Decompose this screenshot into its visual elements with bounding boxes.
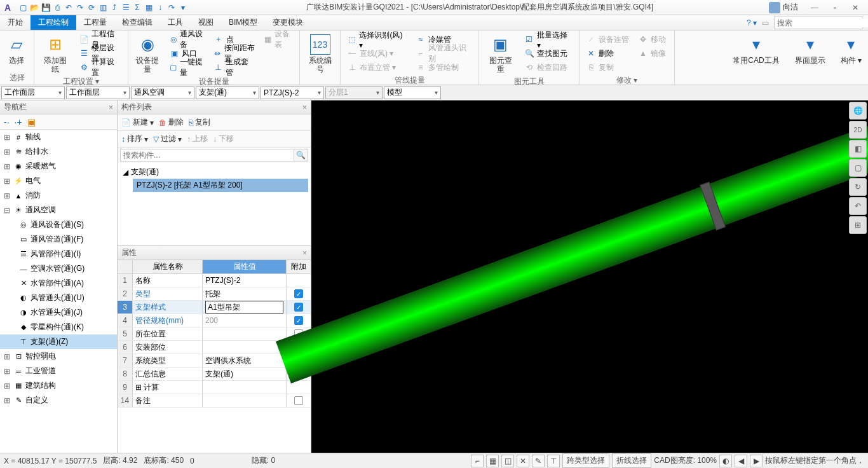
qat-new-icon[interactable]: ▢ <box>18 3 28 13</box>
status-icon[interactable]: ⊤ <box>547 455 560 467</box>
calc-setting-button[interactable]: ⚙计算设置 <box>77 61 124 74</box>
nav-next-icon[interactable]: ▶ <box>750 455 763 467</box>
filter-button[interactable]: ▽过滤 ▾ <box>153 134 182 144</box>
minimize-button[interactable]: — <box>807 3 822 12</box>
comp-tree-item[interactable]: PTZJ(S)-2 [托架 A1型吊架 200] <box>133 179 308 192</box>
cross-type-toggle[interactable]: 跨类型选择 <box>562 453 609 468</box>
copy-button[interactable]: ⎘复制 <box>583 61 632 74</box>
prop-value[interactable]: 支架(通) <box>203 368 287 380</box>
close-icon[interactable]: × <box>302 103 307 112</box>
pipe-model[interactable] <box>276 100 868 383</box>
status-axis-icon[interactable]: ⌐ <box>471 455 484 467</box>
nav-sub-item[interactable]: ⊤支架(通)(Z) <box>0 334 117 349</box>
expand-icon[interactable]: ·+ <box>15 117 22 127</box>
dup-check-button[interactable]: ▣ 图元查重 <box>483 33 518 75</box>
checkbox-checked[interactable]: ✓ <box>294 303 303 312</box>
qat-save-icon[interactable]: ⎙ <box>52 3 62 13</box>
prop-value[interactable]: 托架 <box>203 287 287 300</box>
mirror-button[interactable]: ▲镜像 <box>635 47 668 60</box>
menu-tools[interactable]: 工具 <box>160 15 191 30</box>
filter-workplane2[interactable]: 工作面层▾ <box>66 86 130 99</box>
checkbox-checked[interactable]: ✓ <box>294 289 303 298</box>
prop-value[interactable]: PTZJ(S)-2 <box>203 274 287 287</box>
filter-system[interactable]: 通风空调▾ <box>131 86 194 99</box>
maximize-button[interactable]: ▫ <box>827 3 843 12</box>
sysnum-button[interactable]: 123 系统编号 <box>304 33 336 75</box>
nav-category[interactable]: ⊞═工业管道 <box>0 364 117 378</box>
nav-category[interactable]: ⊞⚡电气 <box>0 174 117 188</box>
casing-button[interactable]: ⊥生成套管 <box>211 61 258 74</box>
3d-viewport[interactable]: x → y 🌐 2D ◧ ▢ ↻ ↶ ⊞ <box>311 100 868 453</box>
new-button[interactable]: 📄新建 ▾ <box>121 117 154 128</box>
prop-value[interactable]: 空调供水系统 <box>203 354 287 367</box>
nav-category[interactable]: ⊞▲消防 <box>0 188 117 203</box>
qat-sum-icon[interactable]: Σ <box>132 3 142 13</box>
menu-check[interactable]: 检查编辑 <box>114 15 160 30</box>
filter-type[interactable]: 支架(通)▾ <box>196 86 259 99</box>
prop-value[interactable] <box>203 327 287 340</box>
prop-row[interactable]: 2类型托架✓ <box>118 287 311 301</box>
nav-sub-item[interactable]: ◐风管通头(通)(U) <box>0 291 117 305</box>
qat-refresh-icon[interactable]: ⟳ <box>86 3 97 13</box>
pipe-joint[interactable] <box>700 181 726 230</box>
close-icon[interactable]: × <box>302 249 307 258</box>
qat-table-icon[interactable]: ▥ <box>98 3 108 13</box>
view-undo-icon[interactable]: ↶ <box>849 197 867 215</box>
user-avatar-icon[interactable] <box>769 2 780 13</box>
prop-row[interactable]: 9⊞ 计算 <box>118 381 311 394</box>
menu-bim[interactable]: BIM模型 <box>221 15 265 30</box>
nav-sub-item[interactable]: ▭通风管道(通)(F) <box>0 232 117 247</box>
prop-value[interactable] <box>203 381 287 394</box>
qat-export-icon[interactable]: ⤴ <box>109 3 119 13</box>
qat-dropdown-icon[interactable]: ▾ <box>178 3 188 13</box>
menu-quantity[interactable]: 工程量 <box>76 15 114 30</box>
comp-search-input[interactable] <box>120 149 294 162</box>
device-qty-button[interactable]: ◉ 设备提量 <box>132 33 163 75</box>
qat-redo2-icon[interactable]: ↷ <box>166 3 177 13</box>
cad-tools-button[interactable]: ▾常用CAD工具 <box>730 33 782 66</box>
qat-save-icon[interactable]: 💾 <box>41 3 51 13</box>
nav-category[interactable]: ⊞⊡智控弱电 <box>0 349 117 364</box>
qat-open-icon[interactable]: 📂 <box>29 3 39 13</box>
prop-row[interactable]: 1名称PTZJ(S)-2 <box>118 274 311 287</box>
menu-view[interactable]: 视图 <box>191 15 221 30</box>
comp-tree-root[interactable]: ◢支架(通) <box>120 165 308 179</box>
delete-button[interactable]: ✕删除 <box>583 47 632 60</box>
help-icon[interactable]: ? ▾ <box>747 18 757 27</box>
search-input[interactable] <box>777 18 868 27</box>
search-box[interactable]: 🔍 <box>774 17 863 29</box>
qat-grid-icon[interactable]: ▦ <box>144 3 154 13</box>
find-elem-button[interactable]: 🔍查找图元 <box>522 47 575 60</box>
view-face-icon[interactable]: ▢ <box>849 159 867 177</box>
nav-sub-item[interactable]: ✕水管部件(通)(A) <box>0 276 117 291</box>
down-button[interactable]: ↓下移 <box>213 134 234 144</box>
ductjoint-button[interactable]: ⌐风管通头识别 <box>413 47 475 60</box>
prop-row[interactable]: 4管径规格(mm)200✓ <box>118 314 311 327</box>
vent-device-button[interactable]: ◎通风设备 <box>166 33 207 46</box>
nav-category[interactable]: ⊞▦建筑结构 <box>0 378 117 393</box>
comp-search-button[interactable]: 🔍 <box>294 149 308 162</box>
close-icon[interactable]: × <box>109 103 113 112</box>
view-cube-icon[interactable]: ◧ <box>849 140 867 158</box>
status-icon[interactable]: ✎ <box>532 455 545 467</box>
device-table-button[interactable]: ▦设备表 <box>261 33 295 46</box>
nav-category[interactable]: ⊞✎自定义 <box>0 393 117 408</box>
view-globe-icon[interactable]: 🌐 <box>849 102 867 120</box>
checkbox[interactable] <box>294 396 303 405</box>
add-drawing-button[interactable]: ⊞ 添加图纸 <box>38 33 73 75</box>
nav-category[interactable]: ⊞◉采暖燃气 <box>0 159 117 174</box>
status-3d-icon[interactable]: ◫ <box>501 455 514 467</box>
qat-undo-icon[interactable]: ↶ <box>64 3 74 13</box>
filter-mode[interactable]: 模型▾ <box>384 86 441 99</box>
prop-value[interactable] <box>203 394 287 407</box>
onekey-qty-button[interactable]: ▢一键提量 <box>166 61 207 74</box>
prop-row[interactable]: 8汇总信息支架(通) <box>118 368 311 381</box>
nav-category[interactable]: ⊞#轴线 <box>0 130 117 144</box>
ui-display-button[interactable]: ▾界面显示 <box>792 33 828 66</box>
component-button[interactable]: ▾构件 ▾ <box>838 33 864 66</box>
prop-value[interactable] <box>203 341 287 354</box>
nav-sub-item[interactable]: ☰风管部件(通)(I) <box>0 247 117 261</box>
brightness-slider[interactable]: ◐ <box>719 455 732 467</box>
prop-value-input[interactable] <box>205 301 283 313</box>
checkbox-checked[interactable]: ✓ <box>294 316 303 325</box>
